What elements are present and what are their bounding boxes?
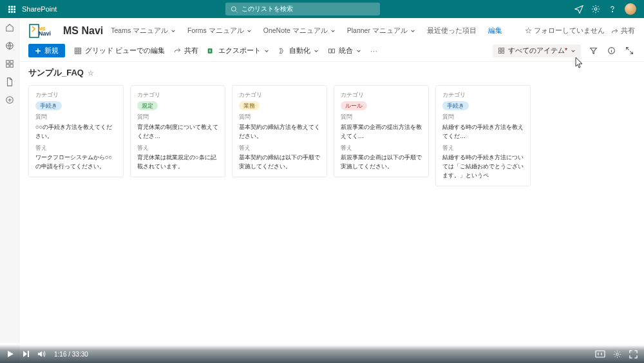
volume-icon[interactable] — [37, 350, 46, 358]
suite-bar: SharePoint このリストを検索 — [0, 0, 644, 18]
grid-edit-button[interactable]: グリッド ビューでの編集 — [74, 46, 165, 55]
svg-rect-10 — [30, 25, 39, 37]
view-selector[interactable]: すべてのアイテム* — [493, 44, 581, 57]
question-label: 質問 — [35, 113, 117, 122]
flow-icon — [278, 47, 286, 55]
category-pill: 手続き — [442, 101, 469, 111]
video-time: 1:16 / 33:30 — [54, 351, 88, 358]
cc-icon[interactable] — [595, 350, 605, 358]
follow-toggle[interactable]: ☆ フォローしていません — [525, 26, 605, 35]
question-label: 質問 — [442, 113, 524, 122]
settings-icon[interactable] — [591, 5, 600, 14]
info-button[interactable] — [605, 45, 617, 57]
question-label: 質問 — [137, 113, 218, 122]
list-title: サンプル_FAQ ☆ — [19, 62, 644, 81]
answer-label: 答え — [442, 144, 524, 153]
automate-button[interactable]: 自動化 — [278, 46, 319, 55]
answer-text: 新規事業の企画は以下の手順で実施してください。 — [341, 153, 422, 172]
question-text: 基本契約の締結方法を教えてください。 — [239, 123, 320, 141]
video-player-bar: 1:16 / 33:30 — [0, 345, 644, 363]
category-pill: 規定 — [137, 101, 158, 111]
list-card[interactable]: カテゴリ業務質問基本契約の締結方法を教えてください。答え基本契約の締結は以下の手… — [232, 85, 327, 177]
search-icon — [231, 6, 238, 13]
hub-nav-item[interactable]: Planner マニュアル — [347, 26, 415, 35]
excel-icon: X — [207, 47, 215, 55]
search-placeholder: このリストを検索 — [242, 5, 293, 14]
svg-rect-21 — [502, 51, 504, 53]
document-icon[interactable] — [5, 77, 14, 86]
gallery-icon — [498, 47, 505, 54]
svg-point-24 — [616, 353, 619, 355]
export-button[interactable]: Xエクスポート — [207, 46, 269, 55]
question-text: 新規事業の企画の提出方法を教えてく… — [341, 123, 422, 141]
svg-rect-6 — [10, 61, 12, 63]
question-text: ○○の手続き方法を教えてください。 — [35, 123, 117, 141]
site-title[interactable]: MS Navi — [63, 25, 103, 37]
site-logo[interactable]: NaviMS — [28, 22, 55, 40]
chevron-down-icon — [264, 48, 269, 54]
svg-rect-18 — [498, 48, 500, 50]
list-card[interactable]: カテゴリ手続き質問○○の手続き方法を教えてください。答えワークフローシステムから… — [28, 85, 124, 177]
suite-brand[interactable]: SharePoint — [22, 5, 57, 13]
category-label: カテゴリ — [442, 91, 524, 100]
list-card[interactable]: カテゴリ規定質問育児休業の制度について教えてくださ…答え育児休業は就業規定の○条… — [130, 85, 225, 177]
list-card[interactable]: カテゴリルール質問新規事業の企画の提出方法を教えてく…答え新規事業の企画は以下の… — [334, 85, 429, 177]
settings-icon[interactable] — [613, 350, 621, 358]
site-header: NaviMS MS Navi Teams マニュアル Forms マニュアル O… — [19, 18, 644, 40]
svg-rect-20 — [498, 51, 500, 53]
svg-rect-16 — [328, 49, 331, 53]
site-share[interactable]: 共有 — [611, 26, 635, 35]
answer-label: 答え — [239, 144, 320, 153]
page-content: NaviMS MS Navi Teams マニュアル Forms マニュアル O… — [19, 18, 644, 363]
integrate-button[interactable]: 統合 — [328, 46, 361, 55]
suite-search[interactable]: このリストを検索 — [225, 3, 380, 15]
list-title-text: サンプル_FAQ — [28, 67, 84, 79]
chevron-down-icon — [330, 28, 336, 34]
question-label: 質問 — [239, 113, 320, 122]
fullscreen-icon[interactable] — [629, 350, 638, 358]
svg-rect-7 — [6, 64, 8, 67]
svg-rect-17 — [332, 49, 335, 53]
answer-text: ワークフローシステムから○○の申請を行ってください。 — [35, 153, 117, 172]
next-icon[interactable] — [22, 350, 30, 358]
category-label: カテゴリ — [341, 91, 422, 100]
svg-line-1 — [236, 10, 238, 12]
question-text: 育児休業の制度について教えてくださ… — [137, 123, 218, 141]
globe-icon[interactable] — [5, 41, 14, 50]
answer-text: 結婚する時の手続き方法については「ご結婚おめでとうございます。」というペ — [442, 153, 524, 181]
grid-edit-icon — [74, 47, 82, 55]
svg-text:Navi: Navi — [39, 30, 51, 37]
chevron-down-icon — [410, 28, 415, 34]
answer-label: 答え — [137, 144, 218, 153]
help-icon[interactable] — [608, 5, 617, 14]
user-avatar[interactable] — [625, 3, 636, 15]
hub-nav-item[interactable]: Teams マニュアル — [111, 26, 176, 35]
svg-rect-19 — [502, 48, 504, 50]
svg-text:X: X — [209, 49, 211, 53]
app-launcher[interactable] — [5, 6, 18, 13]
hub-nav-item[interactable]: OneNote マニュアル — [263, 26, 336, 35]
info-icon — [607, 46, 616, 55]
filter-button[interactable] — [587, 45, 599, 57]
filter-icon — [589, 46, 598, 55]
send-icon[interactable] — [574, 5, 583, 14]
question-label: 質問 — [341, 113, 422, 122]
grid-icon[interactable] — [5, 59, 14, 68]
answer-text: 育児休業は就業規定の○条に記載されています。 — [137, 153, 218, 172]
hub-nav-item[interactable]: Forms マニュアル — [187, 26, 252, 35]
home-icon[interactable] — [5, 23, 14, 32]
list-card[interactable]: カテゴリ手続き質問結婚する時の手続き方法を教えてくだ…答え結婚する時の手続き方法… — [435, 85, 531, 186]
new-button[interactable]: 新規 — [28, 44, 65, 57]
expand-button[interactable] — [623, 45, 635, 57]
answer-label: 答え — [341, 144, 422, 153]
site-header-right: ☆ フォローしていません 共有 — [525, 26, 635, 35]
add-circle-icon[interactable] — [5, 95, 14, 104]
play-icon[interactable] — [6, 350, 14, 358]
chevron-down-icon — [571, 48, 576, 54]
favorite-toggle[interactable]: ☆ — [88, 69, 94, 77]
hub-nav-recent[interactable]: 最近使った項目 — [427, 26, 477, 35]
hub-nav-edit[interactable]: 編集 — [488, 26, 502, 35]
more-button[interactable]: ··· — [370, 47, 378, 55]
svg-rect-8 — [10, 64, 12, 67]
share-button[interactable]: 共有 — [174, 46, 198, 55]
